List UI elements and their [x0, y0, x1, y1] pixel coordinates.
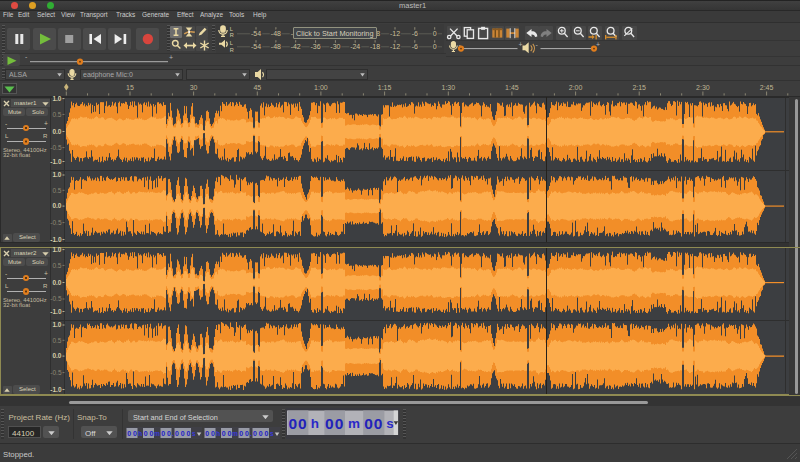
svg-text:0 0: 0 0: [222, 430, 232, 437]
svg-text:s: s: [192, 430, 196, 437]
svg-text:-1.0: -1.0: [50, 308, 62, 315]
svg-text:-: -: [536, 41, 539, 48]
svg-text:s: s: [386, 416, 394, 431]
svg-text:00: 00: [325, 414, 344, 431]
svg-text:2:30: 2:30: [696, 84, 710, 91]
svg-text:+: +: [169, 54, 173, 61]
svg-text:2:45: 2:45: [760, 84, 774, 91]
svg-text:0 0 0: 0 0 0: [175, 430, 191, 437]
svg-text:1:30: 1:30: [441, 84, 455, 91]
svg-text:-48: -48: [271, 30, 281, 37]
svg-text:-12: -12: [390, 43, 400, 50]
svg-text:1.0: 1.0: [52, 321, 61, 328]
svg-text:0.5: 0.5: [52, 337, 61, 344]
svg-text:00: 00: [364, 414, 383, 431]
svg-text:0: 0: [433, 43, 437, 50]
svg-text:1:15: 1:15: [378, 84, 392, 91]
svg-text:1.0: 1.0: [52, 96, 61, 102]
svg-text:-54: -54: [251, 43, 261, 50]
svg-text:-36: -36: [311, 43, 321, 50]
svg-text:-0.5: -0.5: [50, 144, 62, 151]
svg-text:30: 30: [190, 84, 198, 91]
svg-text:R: R: [230, 32, 234, 38]
svg-text:-30: -30: [330, 43, 340, 50]
svg-text:m: m: [347, 416, 359, 431]
svg-text:-1.0: -1.0: [50, 158, 62, 165]
svg-text:-18: -18: [370, 43, 380, 50]
svg-text:h: h: [310, 416, 318, 431]
svg-text:.: .: [172, 430, 174, 437]
svg-text:2:15: 2:15: [632, 84, 646, 91]
svg-text:00: 00: [288, 414, 307, 431]
svg-text:0 0: 0 0: [144, 430, 154, 437]
svg-text:0 0: 0 0: [161, 430, 171, 437]
svg-text:-24: -24: [350, 43, 360, 50]
svg-text:0.0: 0.0: [52, 352, 61, 359]
svg-text:-0.5: -0.5: [50, 219, 62, 226]
svg-text:0.0: 0.0: [52, 279, 61, 286]
svg-text:0 0 0: 0 0 0: [253, 430, 269, 437]
svg-text:m: m: [154, 430, 160, 437]
svg-text:-42: -42: [291, 43, 301, 50]
svg-text:1:45: 1:45: [505, 84, 519, 91]
svg-text:.: .: [250, 430, 252, 437]
svg-text:-54: -54: [251, 30, 261, 37]
svg-text:-6: -6: [412, 43, 418, 50]
svg-text:m: m: [232, 430, 238, 437]
svg-text:h: h: [138, 430, 142, 437]
svg-text:1.0: 1.0: [52, 171, 61, 178]
svg-text:45: 45: [253, 84, 261, 91]
svg-text:-0.5: -0.5: [50, 295, 62, 302]
svg-text:0 0: 0 0: [239, 430, 249, 437]
svg-text:-1.0: -1.0: [50, 236, 62, 243]
svg-text:s: s: [270, 430, 274, 437]
svg-text:-12: -12: [390, 30, 400, 37]
svg-text:0.5: 0.5: [52, 262, 61, 269]
svg-text:0: 0: [433, 30, 437, 37]
svg-text:15: 15: [126, 84, 134, 91]
svg-text:-1.0: -1.0: [50, 386, 62, 393]
svg-text:-0.5: -0.5: [50, 369, 62, 376]
svg-text:-48: -48: [271, 43, 281, 50]
svg-text:0.5: 0.5: [52, 111, 61, 118]
svg-text:L: L: [230, 40, 233, 46]
svg-text:h: h: [216, 430, 220, 437]
svg-text:0.5: 0.5: [52, 187, 61, 194]
svg-text:+: +: [519, 41, 523, 48]
svg-text:R: R: [230, 47, 234, 53]
svg-text:-6: -6: [412, 30, 418, 37]
svg-text:1.0: 1.0: [52, 246, 61, 253]
svg-text:1:00: 1:00: [314, 84, 328, 91]
svg-text:0.0: 0.0: [52, 128, 61, 135]
svg-text:0 0: 0 0: [127, 430, 137, 437]
svg-text:2:00: 2:00: [569, 84, 583, 91]
svg-text:0 0: 0 0: [205, 430, 215, 437]
svg-text:0.0: 0.0: [52, 202, 61, 209]
svg-text:L: L: [230, 25, 233, 31]
svg-text:-: -: [25, 53, 28, 60]
